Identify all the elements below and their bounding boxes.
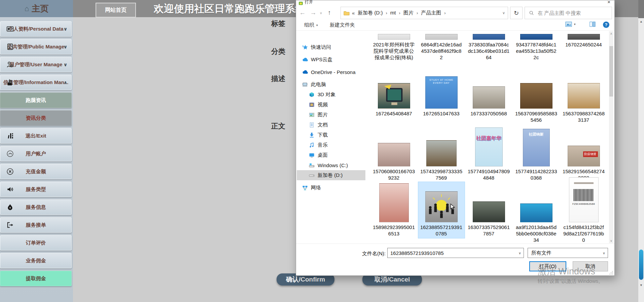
file-item[interactable]: 1589829239950016513 — [370, 182, 418, 244]
scroll-down-icon[interactable]: ∨ — [609, 239, 613, 242]
help-icon[interactable]: ? — [603, 22, 609, 28]
filetype-combobox[interactable]: 所有文件 ∨ — [528, 248, 608, 258]
sidebar-item-service-info[interactable]: 服务信息 — [0, 199, 72, 215]
file-content: 社团嘉年华1577491049478094848 — [466, 126, 512, 182]
sidebar-item-service-order[interactable]: 服务接单 — [0, 217, 72, 233]
resize-grip[interactable] — [609, 270, 613, 274]
tree-item-quick-access[interactable]: 快速访问 — [297, 42, 365, 52]
file-item[interactable]: 社团嘉年华1577491049478094848 — [465, 126, 512, 182]
file-item[interactable]: 1563709695858835456 — [512, 75, 560, 124]
history-dropdown-icon[interactable]: ∨ — [318, 8, 324, 18]
file-item[interactable]: 3738303faa7084cdc136c49be031d164 — [465, 32, 512, 62]
file-item[interactable]: 2021年郑州科技学院科学研究成果公报成果公报(终稿) — [370, 32, 418, 62]
file-item[interactable]: 1672645408487 — [370, 75, 418, 124]
file-item[interactable]: STUDY AT HOME EVERY DAY1672651047633 — [418, 75, 465, 124]
scroll-up-icon[interactable]: ∧ — [609, 32, 613, 35]
filename-combobox[interactable]: ∨ — [387, 248, 524, 258]
breadcrumb-prefix: « — [352, 10, 355, 16]
address-dropdown-icon[interactable]: ∨ — [502, 11, 505, 15]
dialog-cancel-button[interactable]: 取消 — [573, 261, 608, 271]
breadcrumb-segment[interactable]: 图片 — [403, 10, 414, 15]
file-item[interactable]: 防疫物资1582915665482743808 — [560, 126, 607, 182]
sidebar-item-label: 跑腿资讯 — [26, 97, 46, 104]
file-item[interactable]: 1570608001667039232 — [370, 126, 418, 182]
filename-input[interactable] — [388, 250, 516, 256]
tree-item-music[interactable]: 音乐 — [297, 140, 365, 150]
file-item[interactable]: 1623885572193910785 — [418, 182, 465, 244]
page-scrollbar-thumb[interactable] — [639, 250, 643, 280]
site-home-button[interactable]: 网站首页 — [96, 3, 136, 17]
address-bar[interactable]: « 新加卷 (D:)›mt›图片›产品主图› ∨ — [341, 7, 508, 19]
sidebar-home-header[interactable]: ⌂ 主页 — [0, 0, 73, 17]
views-button[interactable]: ▾ — [565, 22, 576, 27]
tree-item-network[interactable]: 网络 — [297, 183, 365, 193]
breadcrumb-segment[interactable]: 产品主图 — [421, 10, 441, 15]
page-scroll-up-icon[interactable]: ▲ — [638, 20, 644, 23]
forward-icon[interactable]: → — [309, 8, 318, 18]
page-scroll-down-icon[interactable]: ▼ — [638, 284, 644, 287]
tree-item-3d-objects[interactable]: 3D 对象 — [297, 89, 365, 100]
back-icon[interactable]: ← — [298, 8, 307, 18]
breadcrumb-segment[interactable]: mt — [390, 10, 396, 15]
sidebar-item-order-review[interactable]: 订单评价 — [0, 235, 72, 251]
file-thumbnail: FZSC4006062560 — [569, 177, 599, 222]
sidebar-item-errand-news[interactable]: 跑腿资讯 — [0, 92, 72, 108]
tree-item-volume-d[interactable]: 新加卷 (D:) — [297, 170, 365, 180]
search-box[interactable] — [525, 7, 612, 19]
preview-pane-icon[interactable] — [589, 22, 596, 27]
search-input[interactable] — [537, 10, 606, 16]
close-icon[interactable]: × — [607, 0, 610, 5]
dialog-titlebar[interactable]: 打开 × — [296, 0, 614, 5]
tree-item-documents[interactable]: 文档 — [297, 120, 365, 130]
tree-item-downloads[interactable]: 下载 — [297, 130, 365, 140]
windows-activation-watermark-sub: 转到“设置”以激活 Windows。 — [538, 278, 603, 285]
tree-item-pictures[interactable]: 图片 — [297, 110, 365, 120]
tree-item-desktop[interactable]: 桌面 — [297, 150, 365, 160]
dialog-scrollbar[interactable]: ∧ ∨ — [609, 31, 613, 243]
tree-item-videos[interactable]: 视频 — [297, 100, 365, 110]
file-item[interactable]: aa9f12013daa45d5bb0e6008cf038e34 — [512, 182, 560, 244]
file-item[interactable]: 1673337050568 — [465, 75, 512, 124]
organize-menu[interactable]: 组织 ▾ — [304, 22, 318, 28]
refresh-icon[interactable]: ↻ — [510, 7, 523, 19]
file-grid-row: 1589829239950016513162388557219391078516… — [370, 182, 607, 244]
file-item[interactable]: 社团纳新1577491142822330368 — [512, 126, 560, 182]
file-item[interactable]: 1630733575290617857 — [465, 182, 512, 244]
file-item[interactable]: 1574329987333357569 — [418, 126, 465, 182]
tree-item-this-pc[interactable]: 此电脑 — [297, 79, 365, 89]
tree-item-wps-cloud[interactable]: WPS云盘 — [297, 54, 365, 65]
tree-item-label: 快速访问 — [311, 44, 331, 50]
file-thumbnail-area — [378, 33, 410, 40]
sidebar-item-recharge-amount[interactable]: 充值金额 — [0, 164, 72, 179]
file-content: FZSC4006062560c154fd84312f3b2f9d8a21f267… — [561, 182, 607, 244]
sidebar-item-user-account[interactable]: 用户账户 — [0, 146, 72, 161]
sidebar-item-service-type[interactable]: 服务类型 — [0, 182, 72, 197]
filetype-dropdown-icon[interactable]: ∨ — [600, 251, 608, 255]
tree-item-onedrive[interactable]: OneDrive - Persona — [297, 67, 365, 77]
breadcrumb-segment[interactable]: 新加卷 (D:) — [358, 10, 383, 15]
sidebar-item-withdraw-commission[interactable]: 提取佣金 — [0, 271, 72, 286]
sidebar-item-personal-data[interactable]: 个人资料/Personal Data∨ — [0, 21, 72, 37]
filename-dropdown-icon[interactable]: ∨ — [516, 251, 524, 255]
new-folder-button[interactable]: 新建文件夹 — [330, 22, 355, 28]
sidebar-item-exit[interactable]: 退出/Exit — [0, 128, 72, 144]
up-icon[interactable]: ↑ — [325, 8, 334, 18]
file-item[interactable]: 6864df142de16ad4537de8ff462f9c82 — [418, 32, 465, 62]
new-folder-label: 新建文件夹 — [330, 22, 355, 28]
sidebar-item-label: 用户管理/User Manage — [9, 62, 63, 68]
file-item[interactable]: 9343778748fd4c1ea4553c13a50f522c — [512, 32, 560, 62]
file-item[interactable]: FZSC4006062560c154fd84312f3b2f9d8a21f267… — [560, 182, 607, 244]
sidebar-item-information-manage[interactable]: 信息管理/Information Man...∧ — [0, 75, 72, 90]
page-scrollbar[interactable]: ▲ ▼ — [638, 0, 644, 302]
file-item[interactable]: 1670224650244 — [560, 32, 607, 62]
file-content: 2021年郑州科技学院科学研究成果公报成果公报(终稿) — [371, 32, 417, 62]
sidebar-item-news-category[interactable]: 资讯分类 — [0, 110, 72, 126]
tree-item-windows-c[interactable]: Windows (C:) — [297, 160, 365, 170]
file-item[interactable]: 1563709883742683137 — [560, 75, 607, 124]
sidebar-item-business-commission[interactable]: 业务佣金 — [0, 253, 72, 268]
open-button[interactable]: 打开(O) — [529, 261, 566, 271]
sidebar-item-user-manage[interactable]: 用户管理/User Manage∨ — [0, 57, 72, 72]
sidebar-item-public-manage[interactable]: 公共管理/Public Manage∨ — [0, 39, 72, 54]
dialog-scrollbar-thumb[interactable] — [609, 46, 613, 97]
building-icon — [6, 79, 14, 86]
